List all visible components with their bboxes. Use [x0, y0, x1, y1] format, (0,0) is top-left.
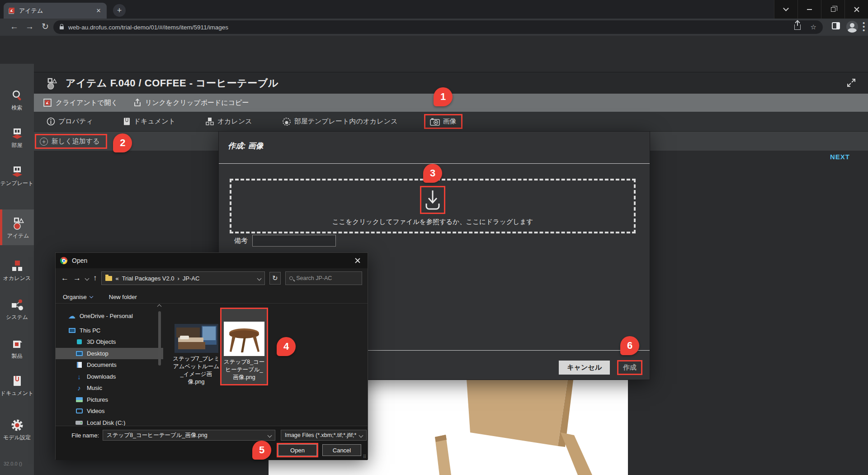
system-icon: [10, 298, 24, 312]
sidebar-item-documents[interactable]: ドキュメント: [0, 374, 34, 396]
item-title-bar: アイテム F.040 / COFFEE - コーヒーテーブル: [34, 72, 868, 94]
fullscreen-expand-icon[interactable]: [846, 78, 856, 90]
sidebar-item-model-settings[interactable]: モデル設定: [0, 418, 34, 441]
create-button[interactable]: 作成 6: [617, 360, 642, 375]
browser-avatar[interactable]: [846, 21, 858, 33]
file-tile-bedroom[interactable]: ステップ7_プレミアムベットルーム_イメージ画像.png: [172, 324, 220, 385]
file-name-combobox[interactable]: ステップ8_コーヒーテーブル_画像.png: [103, 430, 275, 441]
dialog-cancel-button[interactable]: Cancel: [322, 444, 361, 456]
browser-back-button[interactable]: ←: [10, 22, 19, 32]
screen: アイテム ✕ + ← → ↻ web-au.drofus.com/trial-d…: [0, 0, 868, 475]
add-new-button[interactable]: + 新しく追加する 2: [35, 134, 107, 149]
chevron-down-icon: [783, 5, 789, 11]
breadcrumb-collapse[interactable]: «: [115, 275, 118, 282]
downloads-icon: ↓: [75, 373, 83, 380]
document-icon: [10, 374, 24, 388]
resize-grip[interactable]: ⠿: [363, 454, 367, 459]
cancel-button[interactable]: キャンセル: [559, 361, 610, 375]
tab-label: オカレンス: [217, 117, 252, 126]
browser-forward-button[interactable]: →: [25, 22, 34, 32]
breadcrumb-current[interactable]: JP-AC: [183, 275, 200, 282]
item-title: アイテム F.040 / COFFEE - コーヒーテーブル: [66, 76, 278, 90]
nav-forward-icon[interactable]: →: [73, 274, 81, 283]
sidebar-item-rooms[interactable]: 部屋: [0, 126, 34, 148]
place-desktop[interactable]: Desktop: [56, 348, 163, 360]
tab-label: 画像: [443, 117, 457, 126]
sidebar-item-occurrences[interactable]: オカレンス: [0, 259, 34, 281]
remarks-input[interactable]: [252, 235, 336, 247]
refresh-button[interactable]: ↻: [269, 272, 281, 285]
next-link[interactable]: NEXT: [830, 153, 850, 161]
sidebar-item-items[interactable]: アイテム: [0, 209, 34, 245]
tab-images[interactable]: 画像 1: [424, 114, 462, 129]
tab-documents[interactable]: ドキュメント: [119, 114, 179, 128]
browser-reload-button[interactable]: ↻: [42, 22, 49, 32]
place-pictures[interactable]: Pictures: [56, 394, 163, 406]
sidebar-item-templates[interactable]: テンプレート: [0, 164, 34, 186]
tab-label: ドキュメント: [134, 117, 175, 126]
file-dropzone[interactable]: 3 ここをクリックしてファイルを参照するか、ここにドラッグします: [230, 179, 636, 233]
sidebar-label: オカレンス: [3, 275, 31, 281]
organise-menu[interactable]: Organise: [63, 294, 93, 300]
gear-icon: [10, 418, 24, 432]
open-button[interactable]: Open 5: [278, 444, 317, 456]
file-name-value: ステップ8_コーヒーテーブル_画像.png: [107, 432, 265, 439]
file-type-combobox[interactable]: Image Files (*.xbm;*.tif;*.jfif;*.ic: [281, 430, 367, 441]
nav-up-icon[interactable]: ↑: [93, 274, 97, 283]
place-3d-objects[interactable]: 3D Objects: [56, 336, 163, 348]
tab-occurrences[interactable]: オカレンス: [202, 114, 256, 128]
document-tab-icon: [123, 117, 131, 126]
dropzone-text: ここをクリックしてファイルを参照するか、ここにドラッグします: [332, 218, 533, 226]
window-chevron-button[interactable]: [774, 0, 797, 19]
drofus-favicon-icon: [8, 7, 15, 14]
place-music[interactable]: ♪Music: [56, 382, 163, 394]
dialog-title-bar[interactable]: Open: [56, 253, 368, 268]
address-dropdown-icon[interactable]: [257, 276, 261, 280]
app-header: アイテム ビューア 体験版 | データベース drofusadmin: [0, 36, 868, 64]
file-type-dropdown-icon: [359, 433, 363, 437]
sidebar-item-systems[interactable]: システム: [0, 298, 34, 320]
file-tile-coffee-table[interactable]: ステップ8_コーヒーテーブル_画像.png 4: [220, 308, 268, 385]
browser-tab[interactable]: アイテム ✕: [4, 3, 107, 19]
chrome-icon: [60, 257, 67, 264]
url-bar[interactable]: web-au.drofus.com/trial-demo/01/#/items/…: [53, 20, 823, 34]
side-panel-icon[interactable]: [832, 22, 840, 29]
file-name: ステップ7_プレミアムベットルーム_イメージ画像.png: [173, 356, 219, 385]
address-bar[interactable]: « Trial Packages V2.0 › JP-AC: [101, 271, 264, 285]
tab-close-icon[interactable]: ✕: [95, 7, 102, 14]
bookmark-star-icon[interactable]: ☆: [811, 23, 816, 31]
nav-history-chevron-icon[interactable]: [85, 276, 90, 280]
share-icon[interactable]: [794, 24, 801, 30]
search-box[interactable]: Search JP-AC: [285, 271, 362, 285]
place-onedrive[interactable]: ☁OneDrive - Personal: [56, 310, 163, 322]
breadcrumb-folder[interactable]: Trial Packages V2.0: [122, 275, 175, 282]
dialog-close-icon[interactable]: [355, 258, 360, 263]
close-icon: [854, 7, 859, 12]
action-label: クライアントで開く: [56, 99, 118, 107]
browser-menu-icon[interactable]: •••: [863, 21, 865, 32]
places-scrollbar[interactable]: [157, 304, 162, 426]
place-downloads[interactable]: ↓Downloads: [56, 371, 163, 383]
new-folder-button[interactable]: New folder: [109, 294, 137, 300]
window-restore-button[interactable]: [821, 0, 844, 19]
dialog-toolbar: Organise New folder: [56, 291, 368, 304]
tab-room-template-occurrences[interactable]: 部屋テンプレート内のオカレンス: [278, 114, 401, 129]
open-in-client-button[interactable]: クライアントで開く: [43, 98, 118, 107]
copy-link-button[interactable]: リンクをクリップボードにコピー: [133, 98, 249, 107]
new-tab-button[interactable]: +: [113, 4, 126, 17]
folder-icon: [105, 276, 112, 281]
nav-back-icon[interactable]: ←: [61, 274, 69, 283]
place-documents[interactable]: Documents: [56, 359, 163, 371]
sidebar-item-search[interactable]: 検索: [0, 89, 34, 111]
sidebar-label: 製品: [12, 353, 23, 359]
place-this-pc[interactable]: This PC: [56, 325, 163, 337]
tab-properties[interactable]: プロパティ: [43, 114, 97, 128]
sidebar-item-products[interactable]: 製品: [0, 337, 34, 359]
place-videos[interactable]: Videos: [56, 405, 163, 417]
file-type-value: Image Files (*.xbm;*.tif;*.jfif;*.ic: [285, 432, 357, 438]
place-label: Desktop: [87, 350, 108, 357]
window-minimize-button[interactable]: [797, 0, 821, 19]
occurrence-tab-icon: [205, 117, 214, 126]
place-label: Local Disk (C:): [87, 419, 125, 426]
window-close-button[interactable]: [844, 0, 868, 19]
